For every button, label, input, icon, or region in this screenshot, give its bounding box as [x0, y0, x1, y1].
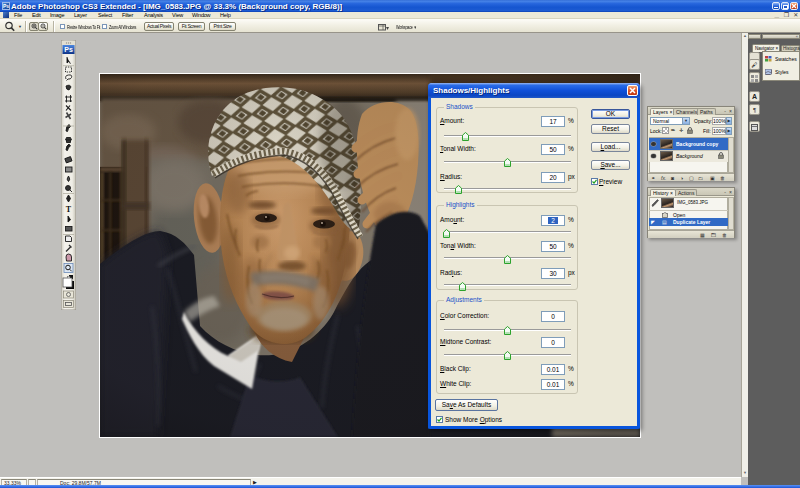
svg-text:Ps: Ps — [64, 46, 73, 53]
svg-text:T: T — [66, 205, 72, 214]
